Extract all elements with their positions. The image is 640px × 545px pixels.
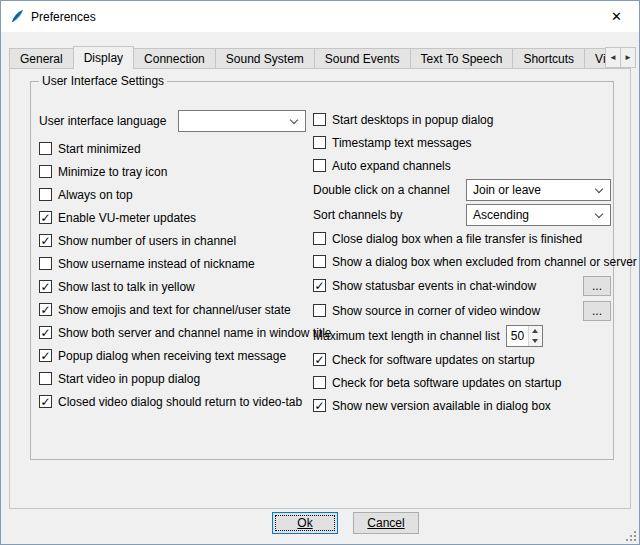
double-click-select[interactable]: Join or leave [466,179,611,201]
sort-channels-select[interactable]: Ascending [466,204,611,226]
checkbox-label: Closed video dialog should return to vid… [58,395,302,409]
checkbox-show-username[interactable]: Show username instead of nickname [39,252,307,275]
tab-scroll-right-icon[interactable]: ► [620,47,636,68]
video-source-row: Show source in corner of video window ..… [313,298,611,323]
checkbox-box [313,399,326,412]
checkbox-label: Show last to talk in yellow [58,280,195,294]
checkbox-minimize-to-tray[interactable]: Minimize to tray icon [39,160,307,183]
checkbox-box [39,188,52,201]
left-column: User interface language Start minimized … [39,108,307,413]
tab-connection[interactable]: Connection [133,48,216,69]
tab-bar: General Display Connection Sound System … [9,46,631,69]
checkbox-label: Start desktops in popup dialog [332,113,493,127]
tab-sound-events[interactable]: Sound Events [314,48,411,69]
statusbar-events-more-button[interactable]: ... [583,276,611,296]
sort-channels-value: Ascending [473,208,529,222]
checkbox-box [313,113,326,126]
checkbox-box [39,395,52,408]
checkbox-always-on-top[interactable]: Always on top [39,183,307,206]
max-text-length-label: Maximum text length in channel list [313,329,500,343]
checkbox-box [313,376,326,389]
checkbox-start-minimized[interactable]: Start minimized [39,137,307,160]
checkbox-show-emojis[interactable]: Show emojis and text for channel/user st… [39,298,307,321]
checkbox-box [39,349,52,362]
checkbox-label: Timestamp text messages [332,136,472,150]
checkbox-video-source-corner[interactable]: Show source in corner of video window [313,304,540,318]
max-text-length-row: Maximum text length in channel list 50 [313,323,611,348]
checkbox-label: Show statusbar events in chat-window [332,279,536,293]
tab-general[interactable]: General [9,48,74,69]
chevron-down-icon [290,115,298,123]
checkbox-video-return-tab[interactable]: Closed video dialog should return to vid… [39,390,307,413]
checkbox-desktops-popup[interactable]: Start desktops in popup dialog [313,108,611,131]
double-click-value: Join or leave [473,183,541,197]
checkbox-label: Popup dialog when receiving text message [58,349,286,363]
checkbox-box [313,159,326,172]
window-title: Preferences [31,10,96,24]
checkbox-box [313,279,326,292]
checkbox-label: Start video in popup dialog [58,372,200,386]
checkbox-box [39,165,52,178]
checkbox-box [313,255,326,268]
spinner-down-icon[interactable] [529,336,542,346]
statusbar-events-row: Show statusbar events in chat-window ... [313,273,611,298]
preferences-dialog: Preferences ✕ General Display Connection… [0,0,640,545]
tab-shortcuts[interactable]: Shortcuts [512,48,585,69]
checkbox-show-user-count[interactable]: Show number of users in channel [39,229,307,252]
checkbox-box [39,280,52,293]
tab-sound-system[interactable]: Sound System [215,48,315,69]
checkbox-box [313,136,326,149]
language-label: User interface language [39,114,178,128]
checkbox-timestamp-messages[interactable]: Timestamp text messages [313,131,611,154]
language-row: User interface language [39,108,307,133]
ok-button[interactable]: Ok [272,512,338,534]
checkbox-label: Show username instead of nickname [58,257,255,271]
checkbox-label: Show both server and channel name in win… [58,326,332,340]
checkbox-box [39,257,52,270]
close-button[interactable]: ✕ [594,1,639,32]
spinner-up-icon[interactable] [529,326,542,336]
sort-channels-row: Sort channels by Ascending [313,202,611,227]
checkbox-statusbar-events[interactable]: Show statusbar events in chat-window [313,279,536,293]
checkbox-label: Check for software updates on startup [332,353,535,367]
video-source-more-button[interactable]: ... [583,301,611,321]
max-text-length-spinner[interactable]: 50 [506,325,543,347]
checkbox-box [39,326,52,339]
checkbox-label: Enable VU-meter updates [58,211,196,225]
checkbox-label: Show a dialog box when excluded from cha… [332,255,637,269]
tab-text-to-speech[interactable]: Text To Speech [410,48,514,69]
dialog-buttons: Ok Cancel [272,512,419,534]
checkbox-close-on-transfer[interactable]: Close dialog box when a file transfer is… [313,227,611,250]
checkbox-label: Show number of users in channel [58,234,236,248]
checkbox-label: Minimize to tray icon [58,165,167,179]
checkbox-auto-expand[interactable]: Auto expand channels [313,154,611,177]
checkbox-popup-text-message[interactable]: Popup dialog when receiving text message [39,344,307,367]
checkbox-label: Show emojis and text for channel/user st… [58,303,291,317]
checkbox-label: Start minimized [58,142,141,156]
checkbox-check-updates[interactable]: Check for software updates on startup [313,348,611,371]
checkbox-label: Show new version available in dialog box [332,399,551,413]
resize-grip[interactable] [624,529,637,542]
title-bar[interactable]: Preferences ✕ [1,1,639,32]
spinner-arrows [528,326,542,346]
ui-settings-group: User Interface Settings User interface l… [30,74,614,460]
checkbox-box [313,304,326,317]
checkbox-box [39,372,52,385]
checkbox-box [39,142,52,155]
tab-scroll-left-icon[interactable]: ◄ [605,47,621,68]
checkbox-check-beta-updates[interactable]: Check for beta software updates on start… [313,371,611,394]
checkbox-box [313,232,326,245]
checkbox-last-to-talk[interactable]: Show last to talk in yellow [39,275,307,298]
tab-scroll-buttons: ◄ ► [606,47,636,68]
checkbox-excluded-dialog[interactable]: Show a dialog box when excluded from cha… [313,250,611,273]
checkbox-video-popup[interactable]: Start video in popup dialog [39,367,307,390]
app-icon [9,9,25,25]
sort-channels-label: Sort channels by [313,208,402,222]
language-select[interactable] [178,110,306,132]
checkbox-vu-meter[interactable]: Enable VU-meter updates [39,206,307,229]
checkbox-label: Check for beta software updates on start… [332,376,561,390]
cancel-button[interactable]: Cancel [353,512,419,534]
tab-display[interactable]: Display [73,46,134,69]
checkbox-server-channel-title[interactable]: Show both server and channel name in win… [39,321,307,344]
checkbox-new-version-dialog[interactable]: Show new version available in dialog box [313,394,611,417]
